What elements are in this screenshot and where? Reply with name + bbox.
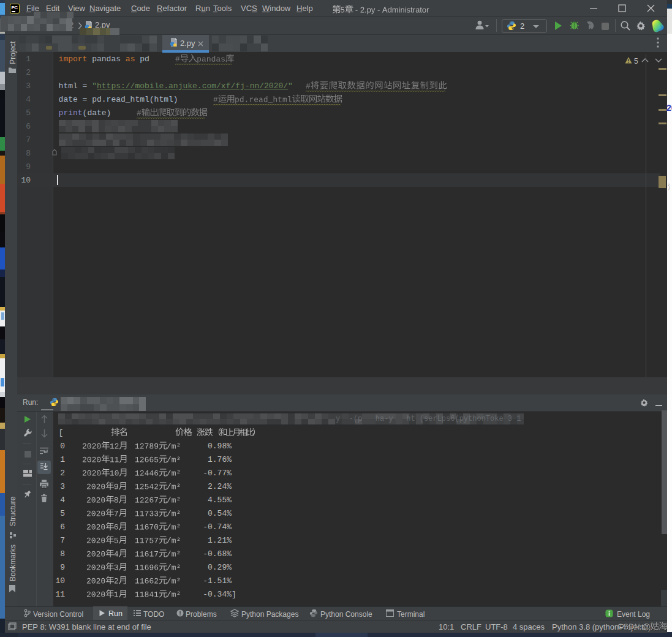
svg-text:5: 5: [634, 57, 638, 66]
